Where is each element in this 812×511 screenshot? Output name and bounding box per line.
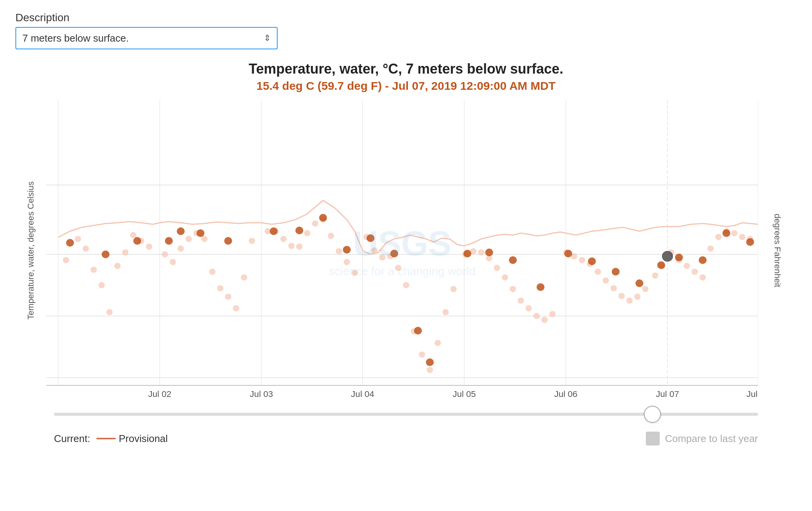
svg-point-106 — [715, 234, 721, 240]
y-axis-left-label: Temperature, water, degrees Celsius — [26, 182, 36, 319]
svg-point-96 — [634, 294, 640, 300]
svg-point-38 — [146, 244, 152, 250]
svg-point-138 — [746, 238, 754, 246]
svg-point-84 — [533, 313, 539, 319]
svg-point-102 — [684, 263, 690, 269]
svg-point-29 — [75, 236, 81, 242]
svg-point-97 — [642, 286, 649, 292]
svg-text:Jul 06: Jul 06 — [554, 389, 577, 399]
slider-track[interactable] — [54, 413, 758, 416]
slider-thumb[interactable] — [644, 406, 661, 423]
svg-point-85 — [541, 317, 548, 323]
svg-point-139 — [662, 251, 673, 262]
svg-point-72 — [435, 340, 441, 346]
svg-point-48 — [233, 305, 239, 311]
svg-point-36 — [130, 232, 136, 238]
y-axis-right: degrees Fahrenheit — [758, 100, 797, 401]
chart-inner: USGS science for a changing world — [46, 100, 758, 401]
svg-point-105 — [708, 245, 714, 252]
svg-point-46 — [217, 285, 223, 291]
legend-compare-label: Compare to last year — [665, 433, 758, 445]
svg-point-41 — [177, 245, 184, 252]
svg-point-57 — [312, 220, 318, 227]
svg-point-30 — [83, 245, 89, 252]
svg-point-47 — [225, 294, 231, 300]
svg-point-93 — [610, 285, 617, 291]
svg-point-137 — [723, 229, 731, 237]
svg-point-115 — [197, 229, 205, 237]
legend-container: Current: Provisional Compare to last yea… — [46, 432, 766, 445]
legend-provisional-label: Provisional — [119, 433, 168, 445]
svg-text:Jul 07: Jul 07 — [656, 389, 679, 399]
svg-point-120 — [319, 214, 327, 222]
legend-compare-box[interactable] — [646, 432, 660, 445]
svg-point-71 — [427, 367, 433, 373]
chart-area: Temperature, water, degrees Celsius USGS… — [15, 100, 797, 401]
svg-point-125 — [426, 358, 434, 366]
svg-point-83 — [526, 305, 532, 311]
svg-point-117 — [224, 237, 232, 245]
svg-point-35 — [122, 249, 128, 256]
svg-point-40 — [170, 259, 176, 265]
svg-point-59 — [328, 233, 334, 239]
legend-provisional-line — [96, 438, 116, 439]
svg-point-135 — [675, 254, 683, 261]
svg-text:Jul 02: Jul 02 — [148, 389, 171, 399]
svg-text:Jul 03: Jul 03 — [250, 389, 273, 399]
svg-point-82 — [517, 298, 524, 304]
description-select[interactable]: 7 meters below surface. — [22, 32, 264, 44]
svg-point-134 — [657, 261, 665, 269]
svg-point-132 — [612, 268, 620, 276]
svg-text:Jul 04: Jul 04 — [351, 389, 374, 399]
svg-point-70 — [419, 351, 425, 358]
svg-point-42 — [185, 236, 192, 242]
svg-text:Jul 08: Jul 08 — [746, 389, 758, 399]
svg-point-86 — [549, 311, 556, 317]
svg-point-89 — [579, 257, 585, 263]
legend-left: Current: Provisional — [54, 433, 168, 445]
svg-point-53 — [280, 236, 286, 242]
svg-point-54 — [288, 243, 295, 249]
y-axis-left: Temperature, water, degrees Celsius — [15, 100, 46, 401]
svg-point-79 — [494, 265, 500, 271]
svg-point-77 — [478, 249, 484, 256]
legend-line: Provisional — [96, 433, 168, 445]
svg-point-62 — [352, 270, 358, 276]
svg-point-109 — [739, 234, 745, 240]
svg-point-119 — [295, 227, 303, 234]
select-arrow-icon: ⇕ — [264, 33, 271, 43]
svg-point-32 — [98, 282, 104, 288]
svg-point-116 — [177, 227, 185, 235]
svg-point-98 — [652, 272, 658, 279]
svg-point-104 — [699, 274, 706, 281]
svg-point-31 — [91, 267, 97, 273]
svg-point-61 — [344, 259, 350, 265]
y-axis-right-label: degrees Fahrenheit — [772, 214, 782, 287]
chart-container: Temperature, water, °C, 7 meters below s… — [15, 61, 797, 445]
svg-point-121 — [343, 246, 351, 254]
chart-subtitle: 15.4 deg C (59.7 deg F) - Jul 07, 2019 1… — [15, 79, 797, 92]
svg-point-67 — [395, 265, 401, 271]
svg-point-129 — [537, 283, 545, 291]
chart-title: Temperature, water, °C, 7 meters below s… — [15, 61, 797, 77]
svg-point-94 — [618, 293, 625, 299]
svg-text:Jul 05: Jul 05 — [453, 389, 476, 399]
description-label: Description — [15, 12, 797, 24]
svg-point-130 — [564, 250, 572, 257]
svg-point-28 — [63, 257, 69, 263]
svg-point-56 — [304, 230, 310, 236]
svg-point-68 — [403, 282, 409, 288]
svg-point-55 — [296, 244, 302, 250]
slider-container[interactable] — [46, 405, 766, 424]
svg-point-133 — [635, 279, 644, 287]
svg-point-34 — [114, 263, 120, 269]
chart-svg: 5 10 15 20 41.0 50.0 59.0 68.0 Jul 02 Ju… — [46, 100, 758, 401]
svg-point-45 — [209, 269, 216, 275]
description-select-wrapper[interactable]: 7 meters below surface. ⇕ — [15, 27, 278, 49]
svg-point-108 — [731, 230, 737, 236]
svg-point-91 — [595, 269, 601, 275]
legend-right[interactable]: Compare to last year — [646, 432, 758, 445]
svg-point-136 — [699, 256, 707, 264]
svg-point-111 — [66, 239, 74, 247]
svg-point-103 — [692, 269, 698, 275]
